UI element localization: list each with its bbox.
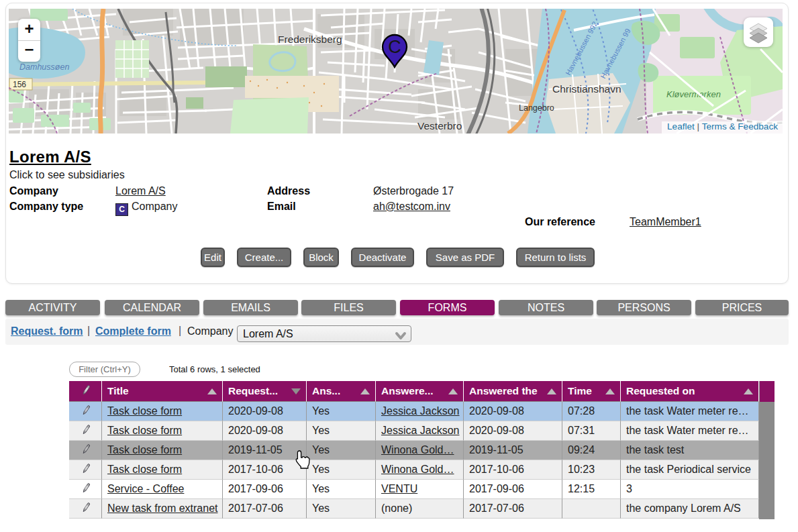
svg-text:Kløvermarken: Kløvermarken <box>666 89 721 99</box>
svg-text:C: C <box>388 37 401 57</box>
svg-text:Damhussøen: Damhussøen <box>19 62 69 72</box>
svg-text:Christianshavn: Christianshavn <box>552 83 621 95</box>
svg-text:156: 156 <box>13 80 26 89</box>
svg-text:Vesterbro: Vesterbro <box>417 120 462 131</box>
svg-text:Frederiksberg: Frederiksberg <box>278 34 342 45</box>
svg-text:Langebro: Langebro <box>519 103 554 113</box>
